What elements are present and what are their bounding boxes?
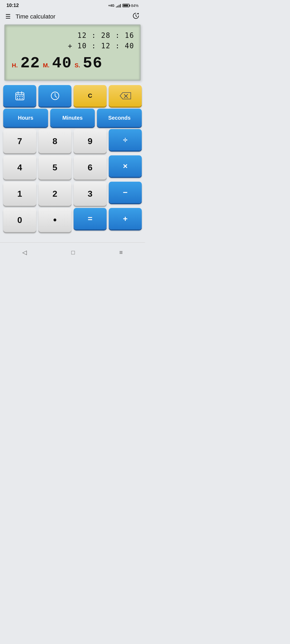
svg-rect-1 — [17, 96, 18, 97]
back-button[interactable]: ◁ — [17, 247, 32, 258]
hours-button[interactable]: Hours — [3, 109, 48, 127]
display-line1: 12 : 28 : 16 — [11, 30, 134, 41]
button-add[interactable]: + — [109, 208, 142, 229]
battery-percent: 84% — [131, 3, 139, 8]
button-row-5: 1 2 3 − — [3, 182, 142, 206]
dot-label: • — [53, 214, 57, 226]
home-button[interactable]: □ — [66, 247, 80, 258]
button-1[interactable]: 1 — [3, 182, 36, 206]
add-label: + — [123, 214, 128, 223]
header-left: ☰ Time calculator — [5, 13, 55, 20]
minutes-label: M. — [43, 62, 49, 69]
button-8[interactable]: 8 — [38, 129, 71, 153]
status-bar: 10:12 +4G 84% — [0, 0, 145, 10]
app-title: Time calculator — [16, 13, 55, 20]
svg-rect-5 — [19, 98, 20, 99]
clock-button[interactable] — [38, 85, 71, 107]
button-5[interactable]: 5 — [38, 155, 71, 180]
display-result: H. 22 M. 40 S. 56 — [11, 54, 134, 72]
subtract-label: − — [123, 188, 128, 197]
button-2[interactable]: 2 — [38, 182, 71, 206]
seconds-button[interactable]: Seconds — [97, 109, 142, 127]
hours-label: H. — [12, 62, 18, 69]
keypad: C Hours Minutes Seconds 7 8 9 — [0, 85, 145, 240]
minutes-button[interactable]: Minutes — [50, 109, 95, 127]
button-row-6: 0 • = + — [3, 208, 142, 232]
button-subtract[interactable]: − — [109, 182, 142, 203]
minutes-value: 40 — [52, 54, 72, 72]
display-line2: + 10 : 12 : 40 — [11, 41, 134, 51]
history-icon[interactable] — [132, 12, 140, 21]
network-label: +4G — [108, 4, 114, 8]
signal-icon — [116, 4, 121, 8]
menu-nav-button[interactable]: ≡ — [114, 247, 128, 258]
button-row-1: C — [3, 85, 142, 107]
button-4[interactable]: 4 — [3, 155, 36, 180]
navigation-bar: ◁ □ ≡ — [0, 242, 145, 264]
minutes-label-btn: Minutes — [62, 115, 83, 121]
status-time: 10:12 — [6, 3, 19, 8]
svg-rect-3 — [21, 96, 23, 97]
button-row-3: 7 8 9 ÷ — [3, 129, 142, 153]
display-entries: 12 : 28 : 16 + 10 : 12 : 40 — [11, 30, 134, 51]
svg-rect-4 — [17, 98, 18, 99]
calculator-display: 12 : 28 : 16 + 10 : 12 : 40 H. 22 M. 40 … — [4, 24, 141, 81]
menu-nav-icon: ≡ — [119, 249, 123, 256]
header: ☰ Time calculator — [0, 10, 145, 24]
equals-label: = — [88, 214, 93, 223]
home-icon: □ — [71, 249, 75, 256]
result-seconds-group: S. 56 — [75, 54, 103, 72]
button-6[interactable]: 6 — [74, 155, 107, 180]
result-hours-group: H. 22 — [12, 54, 40, 72]
button-row-4: 4 5 6 × — [3, 155, 142, 180]
back-icon: ◁ — [22, 249, 27, 256]
clear-button[interactable]: C — [74, 85, 107, 107]
divide-label: ÷ — [123, 135, 127, 144]
svg-rect-6 — [21, 98, 23, 99]
button-row-2: Hours Minutes Seconds — [3, 109, 142, 127]
button-3[interactable]: 3 — [74, 182, 107, 206]
button-9[interactable]: 9 — [74, 129, 107, 153]
button-divide[interactable]: ÷ — [109, 129, 142, 151]
button-equals[interactable]: = — [74, 208, 107, 229]
button-dot[interactable]: • — [38, 208, 71, 232]
battery-icon — [122, 4, 129, 7]
hours-value: 22 — [20, 54, 40, 72]
seconds-label: S. — [75, 62, 80, 69]
seconds-value: 56 — [83, 54, 103, 72]
backspace-button[interactable] — [109, 85, 142, 107]
status-icons: +4G 84% — [108, 3, 139, 8]
seconds-label-btn: Seconds — [108, 115, 130, 121]
result-minutes-group: M. 40 — [43, 54, 72, 72]
button-0[interactable]: 0 — [3, 208, 36, 232]
calendar-button[interactable] — [3, 85, 36, 107]
menu-icon[interactable]: ☰ — [5, 13, 11, 20]
clear-label: C — [88, 92, 92, 99]
multiply-label: × — [123, 162, 128, 171]
button-7[interactable]: 7 — [3, 129, 36, 153]
button-multiply[interactable]: × — [109, 155, 142, 177]
svg-rect-2 — [19, 96, 20, 97]
hours-label-btn: Hours — [18, 115, 33, 121]
